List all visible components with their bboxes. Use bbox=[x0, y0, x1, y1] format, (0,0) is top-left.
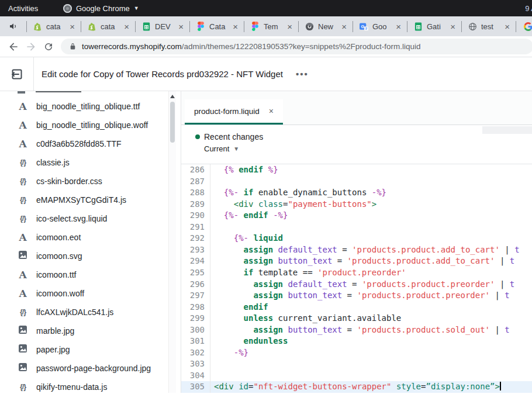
file-item[interactable]: {/}classie.js bbox=[0, 153, 181, 172]
file-item[interactable]: password-page-background.jpg bbox=[0, 359, 181, 378]
file-item[interactable]: Aicomoon.woff bbox=[0, 284, 181, 303]
line-number: 302 bbox=[181, 347, 210, 359]
file-name: qikify-tmenu-data.js bbox=[36, 382, 107, 392]
line-number: 300 bbox=[181, 324, 210, 336]
file-item[interactable]: paper.jpg bbox=[0, 340, 181, 359]
code-line[interactable]: <div id="nft-widget-buttons-wrapper" sty… bbox=[210, 381, 532, 393]
browser-tab[interactable]: New× bbox=[299, 16, 353, 36]
browser-tab[interactable]: cata× bbox=[27, 16, 81, 36]
file-item[interactable]: Abig_noodle_titling_oblique.ttf bbox=[0, 97, 181, 116]
scroll-up-icon[interactable] bbox=[170, 95, 175, 98]
code-line[interactable]: assign default_text = 'products.product.… bbox=[210, 244, 532, 256]
file-list: Abig_noodle_titling_oblique.ttfAbig_nood… bbox=[0, 91, 181, 393]
file-item[interactable]: icomoon.svg bbox=[0, 247, 181, 265]
url-bar[interactable]: towerrecords.myshopify.com/admin/themes/… bbox=[61, 39, 532, 54]
file-item[interactable]: Aicomoon.ttf bbox=[0, 265, 181, 284]
reload-button[interactable] bbox=[40, 38, 57, 56]
figma-icon bbox=[196, 22, 205, 31]
exit-editor-button[interactable] bbox=[0, 57, 33, 91]
scrollbar-thumb[interactable] bbox=[170, 102, 175, 143]
tab-close-icon[interactable]: × bbox=[505, 22, 510, 31]
code-line[interactable]: assign button_text = 'products.product.p… bbox=[210, 290, 532, 302]
code-line[interactable] bbox=[210, 176, 532, 188]
tab-list: cata×cata×DEV×Cata×Tem×New×GGoo×Gati×tes… bbox=[27, 16, 532, 36]
line-number: 301 bbox=[181, 336, 210, 347]
file-item[interactable]: {/}eMAPMXSyTCgGdiT4.js bbox=[0, 191, 181, 209]
system-clock[interactable]: 9 A bbox=[525, 0, 532, 16]
sidebar-scrollbar[interactable] bbox=[168, 91, 176, 393]
browser-tab[interactable]: Gati× bbox=[407, 16, 461, 36]
tab-close-icon[interactable]: × bbox=[287, 22, 292, 31]
browser-tab[interactable]: Cata× bbox=[190, 16, 244, 36]
file-item[interactable]: marble.jpg bbox=[0, 322, 181, 340]
browser-tab[interactable]: GGoo× bbox=[353, 16, 407, 36]
code-line[interactable]: {%- if enable_dynamic_buttons -%} bbox=[210, 187, 532, 199]
file-item[interactable]: {/}qikify-tmenu-data.js bbox=[0, 378, 181, 393]
browser-tab[interactable]: test× bbox=[462, 16, 516, 36]
tab-close-icon[interactable]: × bbox=[396, 22, 401, 31]
figma-icon bbox=[250, 22, 260, 31]
code-file-icon: {/} bbox=[16, 177, 29, 185]
code-line[interactable]: assign button_text = 'products.product.a… bbox=[210, 255, 532, 267]
code-line[interactable]: endif bbox=[210, 302, 532, 313]
browser-tab[interactable]: Tem× bbox=[244, 16, 298, 36]
code-line-row: 299 unless current_variant.available bbox=[181, 313, 532, 324]
line-number: 304 bbox=[181, 370, 210, 382]
code-line[interactable]: -%} bbox=[210, 347, 532, 359]
editor-tab-strip: product-form.liquid × bbox=[181, 91, 532, 125]
browser-tab[interactable] bbox=[516, 16, 532, 36]
forward-button[interactable] bbox=[22, 38, 40, 56]
tab-close-icon[interactable]: × bbox=[450, 22, 455, 31]
tab-close-icon[interactable]: × bbox=[178, 22, 184, 31]
chevron-down-icon: ▼ bbox=[134, 5, 139, 11]
code-line[interactable]: {%- liquid bbox=[210, 233, 532, 244]
more-actions-button[interactable]: ••• bbox=[296, 69, 309, 79]
line-number: 296 bbox=[181, 279, 210, 291]
browser-tab[interactable]: cata× bbox=[81, 16, 135, 36]
line-number: 290 bbox=[181, 210, 210, 222]
code-line[interactable]: assign button_text = 'products.product.s… bbox=[210, 324, 532, 336]
code-line[interactable]: {% endif %} bbox=[210, 164, 532, 176]
back-button[interactable] bbox=[5, 38, 22, 56]
activities-button[interactable]: Activities bbox=[0, 0, 46, 16]
audio-speaker-icon[interactable] bbox=[0, 16, 26, 36]
file-item[interactable]: {/}lfcAXLwjkDALc541.js bbox=[0, 303, 181, 322]
code-line[interactable]: endunless bbox=[210, 336, 532, 347]
file-item[interactable]: Abig_noodle_titling_oblique.woff bbox=[0, 116, 181, 134]
version-dropdown[interactable]: Current ▼ bbox=[204, 144, 532, 153]
code-line[interactable]: {%- endif -%} bbox=[210, 210, 532, 222]
chrome-logo-icon bbox=[63, 4, 72, 13]
svg-text:G: G bbox=[361, 23, 364, 29]
code-line-row: 298 endif bbox=[181, 302, 532, 313]
file-item[interactable]: {/}ico-select.svg.liquid bbox=[0, 209, 181, 228]
code-line-row: 293 assign default_text = 'products.prod… bbox=[181, 244, 532, 256]
file-item[interactable]: Aicomoon.eot bbox=[0, 228, 181, 247]
editor-tab-active[interactable]: product-form.liquid × bbox=[185, 99, 283, 125]
font-file-icon: A bbox=[16, 138, 29, 150]
code-line[interactable]: <div class="payment-buttons"> bbox=[210, 199, 532, 210]
tab-title: Gati bbox=[427, 22, 446, 31]
file-item[interactable]: Ac0df3a6b528fdd85.TTF bbox=[0, 134, 181, 153]
code-file-icon: {/} bbox=[16, 196, 29, 204]
chrome-dark-icon bbox=[305, 22, 314, 31]
tab-close-icon[interactable]: × bbox=[233, 22, 238, 31]
code-line-row: 294 assign button_text = 'products.produ… bbox=[181, 255, 532, 267]
code-line[interactable] bbox=[210, 358, 532, 370]
close-icon[interactable]: × bbox=[269, 106, 274, 116]
font-file-icon: A bbox=[16, 231, 29, 243]
code-line[interactable]: assign default_text = 'products.product.… bbox=[210, 279, 532, 291]
chevron-down-icon: ▼ bbox=[233, 146, 239, 152]
app-menu-button[interactable]: Google Chrome ▼ bbox=[63, 0, 139, 16]
code-line[interactable]: if template == 'product.preorder' bbox=[210, 267, 532, 279]
code-line[interactable]: unless current_variant.available bbox=[210, 313, 532, 324]
file-item[interactable]: {/}cs-skin-border.css bbox=[0, 172, 181, 191]
code-line[interactable] bbox=[210, 370, 532, 382]
tab-close-icon[interactable]: × bbox=[70, 22, 75, 31]
code-line-row: 300 assign button_text = 'products.produ… bbox=[181, 324, 532, 336]
browser-tab[interactable]: DEV× bbox=[136, 16, 189, 36]
file-name: c0df3a6b528fdd85.TTF bbox=[36, 139, 122, 148]
file-item-partial bbox=[36, 91, 81, 92]
tab-close-icon[interactable]: × bbox=[341, 22, 347, 31]
tab-close-icon[interactable]: × bbox=[124, 22, 129, 31]
code-line[interactable] bbox=[210, 222, 532, 233]
